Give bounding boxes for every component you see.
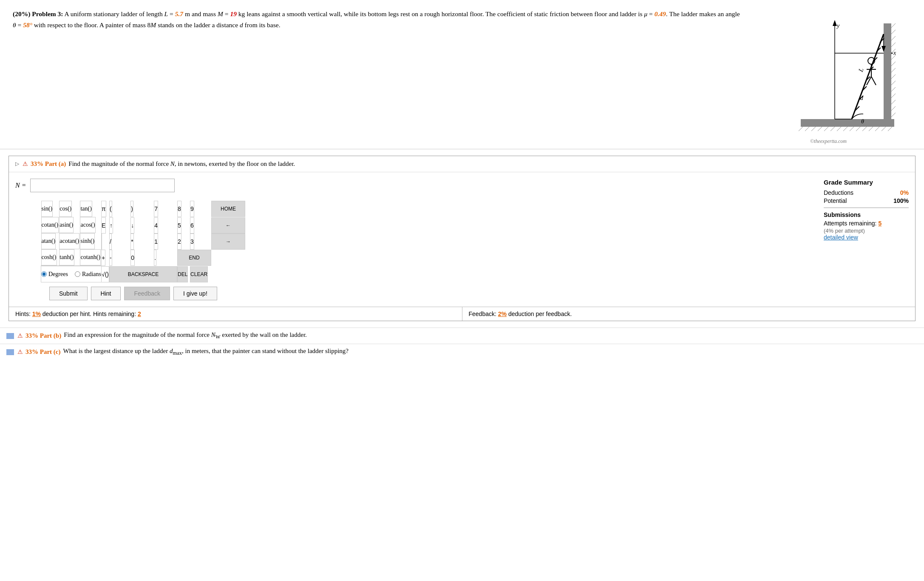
acos-key[interactable]: acos() xyxy=(80,217,95,233)
end-key[interactable]: END xyxy=(177,250,211,266)
exp-key[interactable]: E xyxy=(101,217,106,234)
action-buttons: Submit Hint Feedback I give up! xyxy=(49,287,815,300)
feedback-pct: 2% xyxy=(498,310,507,317)
up-key[interactable]: ↑ xyxy=(109,217,113,234)
decimal-key[interactable]: . xyxy=(154,250,156,266)
per-attempt: (4% per attempt) xyxy=(824,228,909,234)
radians-radio[interactable] xyxy=(75,271,80,277)
cotanh-key[interactable]: cotanh() xyxy=(80,249,101,265)
svg-line-30 xyxy=(891,68,896,72)
hints-remaining: 2 xyxy=(138,310,141,317)
svg-line-14 xyxy=(843,127,847,131)
svg-text:d: d xyxy=(860,95,864,101)
back-arrow-key[interactable]: ← xyxy=(211,217,245,234)
problem-text-part1: A uniform stationary ladder of length xyxy=(65,10,164,17)
part-a-header: ▷ ⚠ 33% Part (a) Find the magnitude of t… xyxy=(9,156,915,172)
hints-left: Hints: 1% deduction per hint. Hints rema… xyxy=(9,307,462,321)
cosh-key[interactable]: cosh() xyxy=(41,249,57,265)
minus-key[interactable]: - xyxy=(109,250,112,266)
degrees-radio[interactable] xyxy=(41,271,47,277)
key-6[interactable]: 6 xyxy=(190,217,194,234)
cotan-key[interactable]: cotan() xyxy=(41,217,59,233)
down-key[interactable]: ↓ xyxy=(130,217,134,234)
key-2[interactable]: 2 xyxy=(177,234,181,250)
answer-input[interactable] xyxy=(30,179,175,192)
key-7[interactable]: 7 xyxy=(154,201,158,217)
svg-line-37 xyxy=(891,113,896,117)
atan-key[interactable]: atan() xyxy=(41,233,56,249)
detailed-view-link[interactable]: detailed view xyxy=(824,234,909,241)
asin-key[interactable]: asin() xyxy=(59,217,74,233)
pi-key[interactable]: π xyxy=(101,201,106,217)
function-keypad: sin() cos() tan() cotan() asin() acos() … xyxy=(41,201,102,282)
svg-line-26 xyxy=(891,43,896,47)
tanh-key[interactable]: tanh() xyxy=(59,249,74,265)
input-row: N = xyxy=(15,179,815,192)
sqrt-key[interactable]: √() xyxy=(101,266,109,282)
part-a-question: Find the magnitude of the normal force N… xyxy=(68,160,295,168)
forward-arrow-key[interactable]: → xyxy=(211,234,245,250)
part-a-main: N = sin() cos() tan() cotan() asin() aco… xyxy=(15,179,815,300)
part-a-body: N = sin() cos() tan() cotan() asin() aco… xyxy=(9,172,915,307)
svg-line-7 xyxy=(799,127,803,131)
cos-key[interactable]: cos() xyxy=(59,201,72,217)
deductions-row: Deductions 0% xyxy=(824,189,909,196)
d-rest: from its base. xyxy=(243,21,281,28)
feedback-button[interactable]: Feedback xyxy=(124,287,170,300)
plus-key[interactable]: + xyxy=(101,250,105,266)
divide-key[interactable]: / xyxy=(109,234,112,250)
sin-key[interactable]: sin() xyxy=(41,201,53,217)
key-4[interactable]: 4 xyxy=(154,217,158,234)
M-var: M xyxy=(218,10,223,17)
key-9[interactable]: 9 xyxy=(190,201,194,217)
feedback-right: Feedback: 2% deduction per feedback. xyxy=(462,307,915,321)
tan-key[interactable]: tan() xyxy=(80,201,92,217)
L-value: 5.7 xyxy=(175,10,183,17)
svg-line-31 xyxy=(891,74,896,79)
part-c-icon xyxy=(6,349,14,355)
svg-line-18 xyxy=(869,127,873,131)
key-1[interactable]: 1 xyxy=(154,234,158,250)
empty-key xyxy=(101,234,102,250)
svg-line-13 xyxy=(837,127,841,131)
open-paren-key[interactable]: ( xyxy=(109,201,112,217)
close-paren-key[interactable]: ) xyxy=(130,201,133,217)
grade-divider xyxy=(824,208,909,208)
home-key[interactable]: HOME xyxy=(211,201,245,217)
svg-text:L: L xyxy=(857,67,864,73)
degrees-label[interactable]: Degrees xyxy=(41,271,68,278)
acotan-key[interactable]: acotan() xyxy=(59,233,79,249)
problem-text: (20%) Problem 3: A uniform stationary la… xyxy=(13,9,750,145)
warning-icon: ⚠ xyxy=(23,160,28,168)
l-eq: = xyxy=(168,10,175,17)
theta-var: θ xyxy=(13,21,16,28)
svg-line-19 xyxy=(875,127,879,131)
numeric-keypad: π ( ) 7 8 9 HOME E ↑ ↓ 4 5 6 xyxy=(101,201,245,282)
svg-line-35 xyxy=(891,100,896,104)
svg-line-12 xyxy=(830,127,835,131)
backspace-key[interactable]: BACKSPACE xyxy=(109,266,177,282)
svg-line-38 xyxy=(852,34,884,119)
feedback-rest: deduction per feedback. xyxy=(508,310,572,317)
grade-summary: Grade Summary Deductions 0% Potential 10… xyxy=(815,179,909,300)
sinh-key[interactable]: sinh() xyxy=(80,233,95,249)
svg-line-32 xyxy=(891,81,896,85)
hint-button[interactable]: Hint xyxy=(91,287,121,300)
radians-label[interactable]: Radians xyxy=(75,271,101,278)
key-5[interactable]: 5 xyxy=(177,217,181,234)
key-0[interactable]: 0 xyxy=(130,250,135,266)
give-up-button[interactable]: I give up! xyxy=(173,287,217,300)
clear-key[interactable]: CLEAR xyxy=(190,266,208,282)
key-3[interactable]: 3 xyxy=(190,234,194,250)
key-8[interactable]: 8 xyxy=(177,201,181,217)
del-key[interactable]: DEL xyxy=(177,266,188,282)
svg-line-16 xyxy=(856,127,860,131)
svg-line-11 xyxy=(824,127,828,131)
expand-arrow[interactable]: ▷ xyxy=(15,161,19,167)
mu-value: 0.49 xyxy=(655,10,666,17)
submit-button[interactable]: Submit xyxy=(49,287,88,300)
part-b-question: Find an expression for the magnitude of … xyxy=(64,331,307,340)
L-var: L xyxy=(164,10,168,17)
multiply-key[interactable]: * xyxy=(130,234,133,250)
svg-line-17 xyxy=(862,127,867,131)
